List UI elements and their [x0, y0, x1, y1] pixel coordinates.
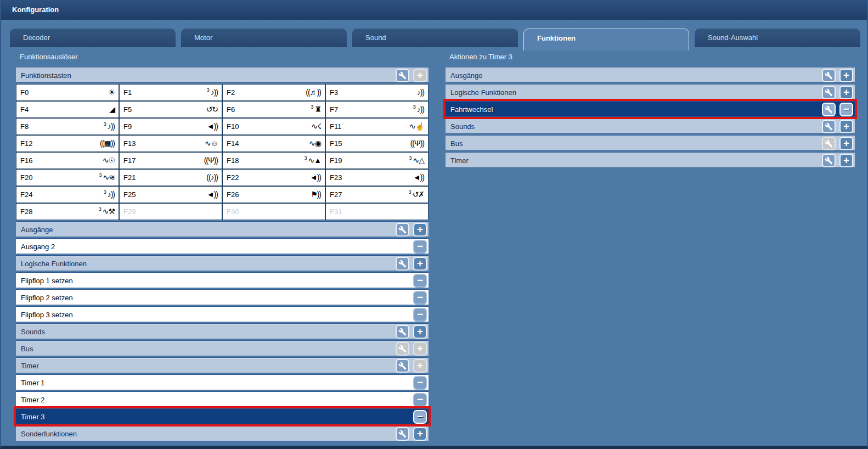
row-label: Timer 3 — [16, 409, 45, 425]
minus-icon: − — [417, 411, 423, 422]
tab-motor[interactable]: Motor — [181, 29, 347, 47]
function-key-f1[interactable]: F13♪)) — [120, 85, 222, 100]
tab-label: Sound-Auswahl — [708, 33, 758, 42]
horn-clock-icon: ∿☉ — [103, 153, 115, 169]
function-key-f23[interactable]: F23◄)) — [326, 170, 428, 186]
list-item-flipflop-2-setzen[interactable]: Flipflop 2 setzen− — [16, 289, 429, 305]
plus-icon: + — [417, 70, 423, 80]
tab-funktionen[interactable]: Funktionen — [523, 29, 689, 50]
function-key-f10[interactable]: F10∿☇ — [223, 119, 325, 134]
function-key-f18[interactable]: F183∿▲ — [223, 153, 325, 169]
function-key-f8[interactable]: F83♪)) — [16, 119, 119, 134]
headlight-icon: ☀ — [108, 85, 115, 100]
function-key-f17[interactable]: F17((Ψ)) — [120, 153, 222, 169]
function-key-f0[interactable]: F0☀ — [16, 85, 119, 100]
radio-waves-antenna-icon: ∿☇ — [311, 119, 321, 134]
remove-button[interactable]: − — [413, 393, 427, 407]
whistle-icon: ♪)) — [417, 85, 424, 100]
add-button[interactable]: + — [839, 86, 853, 99]
remove-button[interactable]: − — [413, 376, 427, 390]
whistle-icon: ♪)) — [108, 119, 115, 134]
function-key-f24[interactable]: F243♪)) — [16, 187, 119, 203]
section-header-sounds: Sounds+ — [446, 118, 855, 134]
remove-button[interactable]: − — [413, 308, 427, 322]
tab-decoder[interactable]: Decoder — [10, 29, 176, 47]
add-button[interactable]: + — [839, 154, 853, 167]
list-item-flipflop-1-setzen[interactable]: Flipflop 1 setzen− — [16, 272, 429, 288]
bell-icon: ((♪)) — [206, 170, 218, 186]
wrench-icon — [825, 88, 833, 97]
wrench-button[interactable] — [396, 223, 409, 237]
tab-sound[interactable]: Sound — [352, 29, 518, 47]
add-button[interactable]: + — [413, 223, 427, 237]
function-key-f3[interactable]: F3♪)) — [326, 85, 428, 100]
remove-button[interactable]: − — [413, 240, 427, 254]
list-item-timer-3[interactable]: Timer 3− — [16, 408, 429, 424]
wrench-button[interactable] — [822, 103, 836, 116]
function-key-f28[interactable]: F283∿⚒ — [16, 204, 119, 220]
left-panel-rows: Funktionstasten+F0☀F13♪))F2((♬))F3♪))F4◢… — [16, 67, 429, 441]
function-key-f9[interactable]: F9◄)) — [120, 119, 222, 134]
wrench-button[interactable] — [396, 325, 409, 339]
add-button[interactable]: + — [413, 427, 427, 441]
antenna-icon: ((Ψ)) — [410, 136, 424, 151]
funktionsausloeser-panel: Funktionsauslöser Funktionstasten+F0☀F13… — [16, 53, 429, 441]
function-key-f5[interactable]: F5↺↻ — [120, 102, 222, 117]
wrench-icon — [398, 345, 407, 353]
function-key-f11[interactable]: F11∿☝ — [326, 119, 428, 134]
tab-sound-auswahl[interactable]: Sound-Auswahl — [695, 29, 860, 47]
function-key-f6[interactable]: F63♜ — [223, 102, 325, 117]
section-header-bus: Bus+ — [16, 340, 429, 356]
function-key-f15[interactable]: F15((Ψ)) — [326, 136, 428, 151]
wrench-button[interactable] — [822, 86, 836, 99]
wrench-button[interactable] — [396, 427, 409, 441]
function-key-f21[interactable]: F21((♪)) — [120, 170, 222, 186]
list-item-flipflop-3-setzen[interactable]: Flipflop 3 setzen− — [16, 306, 429, 322]
function-key-f14[interactable]: F14∿◉ — [223, 136, 325, 151]
add-button[interactable]: + — [839, 69, 853, 82]
function-key-f27[interactable]: F273↺✗ — [326, 187, 428, 203]
add-button[interactable]: + — [839, 120, 853, 133]
function-key-f12[interactable]: F12((▦)) — [16, 136, 119, 151]
wrench-button[interactable] — [396, 257, 409, 271]
function-key-f13[interactable]: F13∿☺ — [120, 136, 222, 151]
list-item-fahrtwechsel[interactable]: Fahrtwechsel− — [446, 101, 855, 117]
row-label: Flipflop 1 setzen — [16, 273, 73, 289]
row-label: Fahrtwechsel — [446, 102, 493, 117]
function-key-label: F17 — [123, 153, 204, 169]
function-key-f2[interactable]: F2((♬)) — [223, 85, 325, 100]
plus-icon: + — [417, 428, 423, 439]
function-key-f19[interactable]: F193∿△ — [326, 153, 428, 169]
add-button[interactable]: + — [413, 325, 427, 339]
function-key-f20[interactable]: F203∿≋ — [16, 170, 119, 186]
wrench-button[interactable] — [822, 154, 836, 167]
remove-button[interactable]: − — [413, 274, 427, 288]
list-item-timer-2[interactable]: Timer 2− — [16, 391, 429, 407]
function-key-f16[interactable]: F16∿☉ — [16, 153, 119, 169]
function-key-f4[interactable]: F4◢ — [16, 102, 119, 117]
add-button[interactable]: + — [839, 137, 853, 150]
minus-icon: − — [417, 275, 423, 285]
function-key-f25[interactable]: F25◄)) — [120, 187, 222, 203]
wrench-button[interactable] — [822, 69, 836, 82]
section-header-logische-funktionen: Logische Funktionen+ — [446, 84, 855, 100]
list-item-timer-1[interactable]: Timer 1− — [16, 374, 429, 390]
wrench-icon — [825, 156, 833, 165]
wrench-button[interactable] — [396, 69, 409, 82]
remove-button[interactable]: − — [413, 291, 427, 305]
function-key-label: F0 — [20, 85, 108, 100]
list-item-ausgang-2[interactable]: Ausgang 2− — [16, 238, 429, 254]
remove-button[interactable]: − — [839, 103, 853, 116]
section-header-bus: Bus+ — [446, 135, 855, 151]
wrench-button[interactable] — [396, 359, 409, 373]
remove-button[interactable]: − — [413, 410, 427, 424]
function-key-f7[interactable]: F73♪)) — [326, 102, 428, 117]
wrench-button[interactable] — [822, 120, 836, 133]
whistle-icon: ♪)) — [417, 102, 424, 117]
function-key-f26[interactable]: F26⚑)) — [223, 187, 325, 203]
section-header-sonderfunktionen: Sonderfunktionen+ — [16, 425, 429, 441]
add-button[interactable]: + — [413, 257, 427, 271]
wrench-icon — [398, 71, 407, 80]
function-key-f22[interactable]: F22◄)) — [223, 170, 325, 186]
wrench-icon — [398, 260, 407, 268]
